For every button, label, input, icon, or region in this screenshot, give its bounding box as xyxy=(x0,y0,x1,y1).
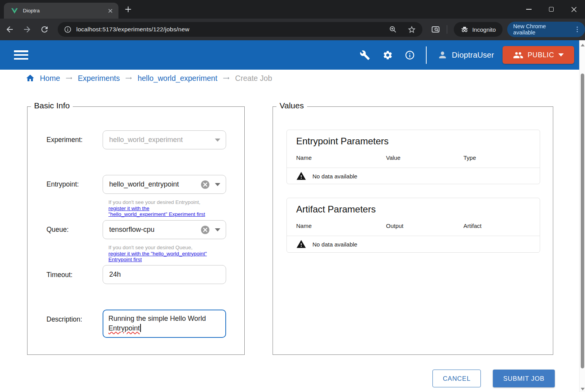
description-textarea[interactable]: Running the simple Hello World Entrypoin… xyxy=(103,310,226,338)
experiment-select[interactable]: hello_world_experiment xyxy=(103,130,226,149)
queue-register-link[interactable]: Entrypoint first xyxy=(108,257,221,263)
maximize-icon[interactable] xyxy=(546,4,556,14)
breadcrumb: Home Experiments hello_world_experiment … xyxy=(26,74,272,83)
incognito-icon xyxy=(460,25,469,34)
home-icon[interactable] xyxy=(26,74,35,83)
cancel-button[interactable]: CANCEL xyxy=(432,370,481,387)
window-controls xyxy=(524,4,579,15)
close-window-icon[interactable] xyxy=(569,4,579,14)
submit-job-button[interactable]: SUBMIT JOB xyxy=(493,370,555,387)
browser-window: Dioptra localhost:5173/experiments/122/j… xyxy=(0,0,585,392)
scroll-down-icon[interactable] xyxy=(581,388,585,390)
wrench-icon[interactable] xyxy=(360,50,370,60)
browser-tab[interactable]: Dioptra xyxy=(4,3,118,19)
artifact-parameters-card: Artifact Parameters Name Output Artifact… xyxy=(286,198,540,253)
incognito-label: Incognito xyxy=(472,26,496,33)
app-header: DioptraUser PUBLIC xyxy=(0,40,579,70)
entrypoint-parameters-empty-row: No data available xyxy=(287,168,540,184)
minimize-icon[interactable] xyxy=(524,4,534,14)
hamburger-menu-icon[interactable] xyxy=(14,50,28,60)
entrypoint-value: hello_world_entrypoint xyxy=(109,180,179,188)
column-header-type: Type xyxy=(463,154,530,161)
chevron-down-icon[interactable] xyxy=(215,228,220,231)
breadcrumb-arrow-icon xyxy=(222,74,230,82)
back-icon[interactable] xyxy=(5,25,14,34)
description-label: Description: xyxy=(46,315,101,324)
entrypoint-parameters-headers: Name Value Type xyxy=(287,147,540,168)
chevron-down-icon xyxy=(215,139,220,142)
three-dot-menu-icon[interactable] xyxy=(573,26,581,33)
breadcrumb-arrow-icon xyxy=(65,74,73,82)
entrypoint-register-link[interactable]: register it with the xyxy=(108,205,221,212)
queue-value: tensorflow-cpu xyxy=(109,226,154,234)
warning-icon xyxy=(296,171,306,181)
experiment-value: hello_world_experiment xyxy=(109,136,183,144)
people-group-icon xyxy=(513,50,523,60)
timeout-label: Timeout: xyxy=(46,271,101,279)
clear-entrypoint-icon[interactable] xyxy=(200,180,210,190)
person-icon[interactable] xyxy=(437,50,448,60)
column-header-value: Value xyxy=(386,154,463,161)
no-data-text: No data available xyxy=(312,241,357,248)
entrypoint-label: Entrypoint: xyxy=(46,180,101,188)
no-data-text: No data available xyxy=(312,173,357,180)
scrollbar-thumb[interactable] xyxy=(581,74,584,368)
column-header-name: Name xyxy=(296,154,386,161)
toolbar-separator xyxy=(447,25,447,34)
breadcrumb-home[interactable]: Home xyxy=(40,74,60,83)
queue-hint: If you don't see your desired Queue, reg… xyxy=(108,245,221,263)
scroll-up-icon[interactable] xyxy=(581,44,585,46)
tab-close-icon[interactable] xyxy=(107,7,114,14)
bookmark-star-icon[interactable] xyxy=(407,25,416,34)
timeout-value: 24h xyxy=(109,270,121,279)
queue-select[interactable]: tensorflow-cpu xyxy=(103,220,226,239)
chrome-update-button[interactable]: New Chrome available xyxy=(507,22,585,37)
artifact-parameters-headers: Name Output Artifact xyxy=(287,215,540,236)
entrypoint-hint-text: If you don't see your desired Entrypoint… xyxy=(108,199,200,205)
tab-title: Dioptra xyxy=(23,8,107,14)
vue-favicon-icon xyxy=(11,7,18,14)
queue-label: Queue: xyxy=(46,226,101,234)
address-bar[interactable]: localhost:5173/experiments/122/jobs/new xyxy=(58,22,422,37)
forward-icon[interactable] xyxy=(22,25,32,34)
entrypoint-select[interactable]: hello_world_entrypoint xyxy=(103,175,226,194)
warning-icon xyxy=(296,239,306,249)
queue-hint-text: If you don't see your desired Queue, xyxy=(108,245,192,250)
entrypoint-hint: If you don't see your desired Entrypoint… xyxy=(108,199,221,217)
side-panel-search-icon[interactable] xyxy=(431,25,440,34)
breadcrumb-experiment-name[interactable]: hello_world_experiment xyxy=(137,74,217,83)
timeout-input[interactable]: 24h xyxy=(103,265,226,284)
breadcrumb-arrow-icon xyxy=(125,74,132,82)
breadcrumb-current: Create Job xyxy=(235,74,272,83)
visibility-public-button[interactable]: PUBLIC xyxy=(503,46,574,64)
site-info-icon[interactable] xyxy=(64,26,72,33)
experiment-label: Experiment: xyxy=(46,136,101,144)
page-scrollbar[interactable] xyxy=(579,40,585,392)
caret-down-icon xyxy=(558,53,564,56)
breadcrumb-experiments[interactable]: Experiments xyxy=(78,74,120,83)
artifact-parameters-empty-row: No data available xyxy=(287,236,540,252)
column-header-name: Name xyxy=(296,223,386,229)
entrypoint-parameters-card: Entrypoint Parameters Name Value Type No… xyxy=(286,130,540,184)
values-fieldset: Values Entrypoint Parameters Name Value … xyxy=(273,106,553,355)
artifact-parameters-title: Artifact Parameters xyxy=(287,198,540,215)
url-text[interactable]: localhost:5173/experiments/122/jobs/new xyxy=(76,26,189,33)
basic-info-fieldset: Basic Info Experiment: hello_world_exper… xyxy=(27,106,245,355)
entrypoint-register-link[interactable]: "hello_world_experiment" Experiment firs… xyxy=(108,211,221,217)
tab-strip: Dioptra xyxy=(0,0,585,19)
chevron-down-icon[interactable] xyxy=(215,183,220,186)
clear-queue-icon[interactable] xyxy=(200,225,210,235)
gear-icon[interactable] xyxy=(383,50,393,60)
description-text: Running the simple Hello World xyxy=(108,315,206,322)
column-header-output: Output xyxy=(386,223,463,229)
column-header-artifact: Artifact xyxy=(463,223,530,229)
info-icon[interactable] xyxy=(405,50,415,60)
queue-register-link[interactable]: register it with the "hello_world_entryp… xyxy=(108,251,221,257)
header-divider xyxy=(426,46,427,64)
browser-toolbar: localhost:5173/experiments/122/jobs/new xyxy=(0,19,585,40)
visibility-label: PUBLIC xyxy=(528,51,554,59)
reload-icon[interactable] xyxy=(40,25,49,34)
user-name[interactable]: DioptraUser xyxy=(452,51,494,60)
new-tab-icon[interactable] xyxy=(124,5,132,14)
zoom-in-icon[interactable] xyxy=(389,25,397,34)
